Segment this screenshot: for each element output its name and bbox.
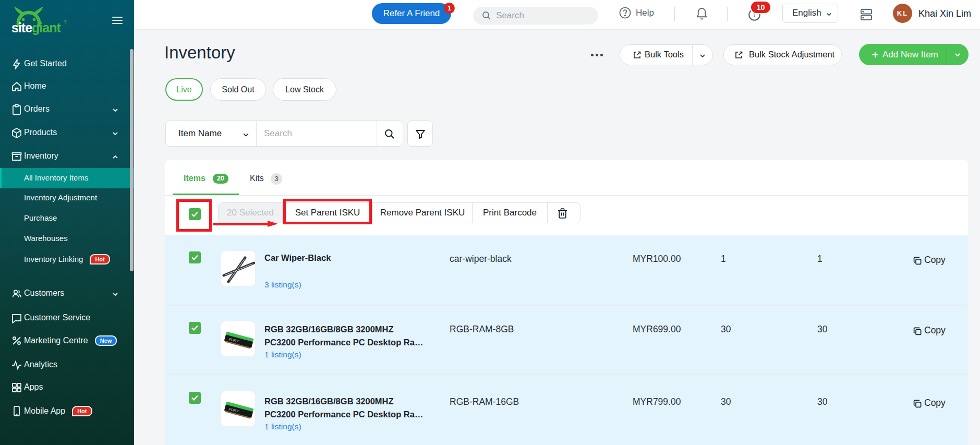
svg-text:®: ® [64, 19, 67, 25]
svg-text:sitegiant: sitegiant [11, 20, 61, 35]
